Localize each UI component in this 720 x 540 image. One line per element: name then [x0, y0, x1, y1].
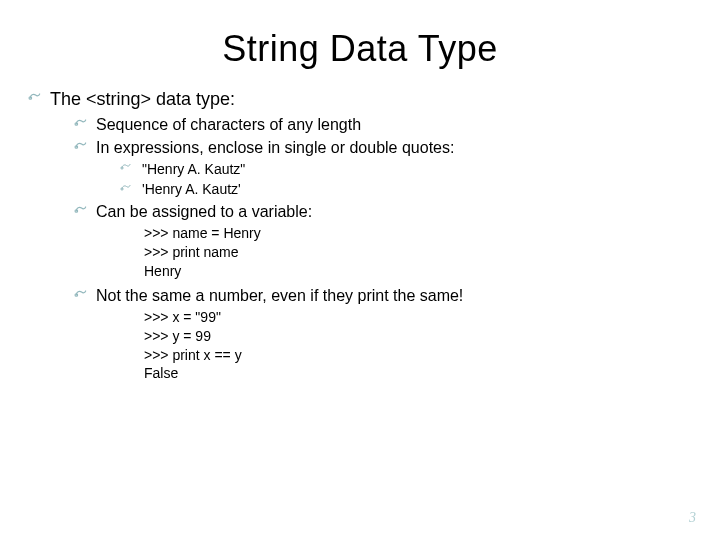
bullet-text: Sequence of characters of any length	[96, 116, 361, 133]
squiggle-icon	[120, 183, 132, 195]
code-line: >>> y = 99	[144, 327, 720, 346]
bullet-sub-sequence: Sequence of characters of any length	[74, 114, 720, 135]
squiggle-icon	[74, 117, 88, 131]
bullet-text: 'Henry A. Kautz'	[142, 181, 241, 197]
code-block-notsame: >>> x = "99" >>> y = 99 >>> print x == y…	[144, 308, 720, 384]
bullet-sub-enclose: In expressions, enclose in single or dou…	[74, 137, 720, 199]
code-block-assign: >>> name = Henry >>> print name Henry	[144, 224, 720, 281]
slide-title: String Data Type	[0, 28, 720, 70]
code-line: >>> name = Henry	[144, 224, 720, 243]
squiggle-icon	[74, 288, 88, 302]
code-line: False	[144, 364, 720, 383]
bullet-main: The <string> data type: Sequence of char…	[28, 88, 720, 383]
bullet-text: Can be assigned to a variable:	[96, 203, 312, 220]
code-line: >>> x = "99"	[144, 308, 720, 327]
bullet-text: In expressions, enclose in single or dou…	[96, 139, 454, 156]
page-number: 3	[689, 510, 696, 526]
bullet-example-single: 'Henry A. Kautz'	[120, 180, 720, 198]
code-line: Henry	[144, 262, 720, 281]
squiggle-icon	[120, 162, 132, 174]
bullet-assign: Can be assigned to a variable: >>> name …	[74, 201, 720, 281]
slide-body: The <string> data type: Sequence of char…	[28, 88, 720, 383]
squiggle-icon	[28, 91, 42, 105]
bullet-text: "Henry A. Kautz"	[142, 161, 245, 177]
bullet-text: Not the same a number, even if they prin…	[96, 287, 463, 304]
bullet-notsame: Not the same a number, even if they prin…	[74, 285, 720, 384]
bullet-example-double: "Henry A. Kautz"	[120, 160, 720, 178]
bullet-text: The <string> data type:	[50, 89, 235, 109]
code-line: >>> print x == y	[144, 346, 720, 365]
code-line: >>> print name	[144, 243, 720, 262]
squiggle-icon	[74, 140, 88, 154]
squiggle-icon	[74, 204, 88, 218]
